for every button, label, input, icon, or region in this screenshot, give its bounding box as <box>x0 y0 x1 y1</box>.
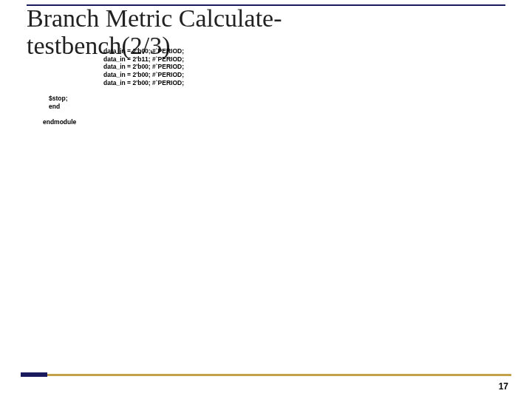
code-line: endmodule <box>43 118 76 126</box>
code-line: data_in = 2'b11; #`PERIOD; <box>103 55 184 63</box>
code-line: $stop; <box>49 95 68 102</box>
code-line: data_in = 2'b00; #`PERIOD; <box>103 63 184 70</box>
slide: Branch Metric Calculate- testbench(2/3) … <box>0 0 532 399</box>
page-number: 17 <box>499 381 508 392</box>
slide-title: Branch Metric Calculate- testbench(2/3) <box>27 4 505 60</box>
footer-divider-line <box>47 374 511 376</box>
title-line-1: Branch Metric Calculate- <box>27 4 282 32</box>
stop-block: $stop; end <box>49 95 68 110</box>
endmodule-line: endmodule <box>43 118 76 126</box>
code-line: data_in = 2'b00; #`PERIOD; <box>103 47 184 55</box>
footer-divider-accent <box>21 372 47 377</box>
code-line: data_in = 2'b00; #`PERIOD; <box>103 71 184 78</box>
code-block: data_in = 2'b00; #`PERIOD; data_in = 2'b… <box>103 47 184 86</box>
footer-divider <box>21 372 511 377</box>
code-line: data_in = 2'b00; #`PERIOD; <box>103 79 184 86</box>
code-line: end <box>49 103 60 110</box>
